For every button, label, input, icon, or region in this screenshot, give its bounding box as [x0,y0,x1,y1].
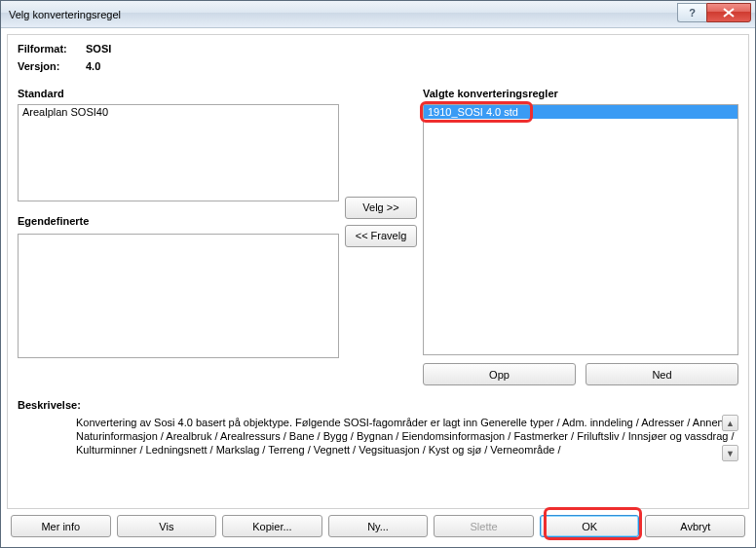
window-controls: ? [677,3,751,22]
description-box: Konvertering av Sosi 4.0 basert på objek… [18,415,738,461]
list-item[interactable]: 1910_SOSI 4.0 std [424,105,737,119]
userdef-listbox[interactable] [18,234,339,358]
main-panel: Filformat: SOSI Versjon: 4.0 Standard Ar… [7,34,749,509]
scroll-up-icon[interactable]: ▲ [722,415,738,431]
scroll-down-icon[interactable]: ▼ [722,445,738,461]
ny-button[interactable]: Ny... [328,515,429,537]
help-button[interactable]: ? [677,3,706,22]
right-column: Valgte konverteringsregler 1910_SOSI 4.0… [423,88,738,385]
filformat-value: SOSI [86,43,111,55]
fravelg-button[interactable]: << Fravelg [345,225,417,247]
description-scrollbar[interactable]: ▲ ▼ [722,415,738,461]
filformat-label: Filformat: [18,43,86,55]
description-label: Beskrivelse: [18,399,738,411]
titlebar: Velg konverteringsregel ? [1,1,755,28]
standard-listbox[interactable]: Arealplan SOSI40 [18,104,339,201]
description-section: Beskrivelse: Konvertering av Sosi 4.0 ba… [18,399,738,461]
versjon-label: Versjon: [18,60,86,72]
left-column: Standard Arealplan SOSI40 Egendefinerte [18,88,339,385]
versjon-value: 4.0 [86,60,100,72]
userdef-heading: Egendefinerte [18,215,339,227]
bottom-button-bar: Mer info Vis Kopier... Ny... Slette OK A… [7,509,749,541]
reorder-buttons: Opp Ned [423,363,738,385]
dialog-window: Velg konverteringsregel ? Filformat: SOS… [0,0,756,548]
opp-button[interactable]: Opp [423,363,576,385]
mer-info-button[interactable]: Mer info [11,515,111,537]
selected-heading: Valgte konverteringsregler [423,88,738,99]
close-icon [723,8,735,18]
avbryt-button[interactable]: Avbryt [645,515,745,537]
standard-heading: Standard [18,88,339,99]
ok-button[interactable]: OK [540,515,640,537]
close-button[interactable] [706,3,751,22]
mid-column: Velg >> << Fravelg [347,88,415,385]
info-section: Filformat: SOSI Versjon: 4.0 [18,43,738,78]
slette-button: Slette [434,515,534,537]
ned-button[interactable]: Ned [586,363,738,385]
vis-button[interactable]: Vis [117,515,217,537]
velg-button[interactable]: Velg >> [345,197,417,219]
client-area: Filformat: SOSI Versjon: 4.0 Standard Ar… [1,28,755,547]
kopier-button[interactable]: Kopier... [222,515,322,537]
selected-listbox[interactable]: 1910_SOSI 4.0 std [423,104,738,355]
columns: Standard Arealplan SOSI40 Egendefinerte … [18,88,738,385]
description-text: Konvertering av Sosi 4.0 basert på objek… [76,417,735,457]
window-title: Velg konverteringsregel [9,9,677,20]
list-item[interactable]: Arealplan SOSI40 [19,105,338,119]
